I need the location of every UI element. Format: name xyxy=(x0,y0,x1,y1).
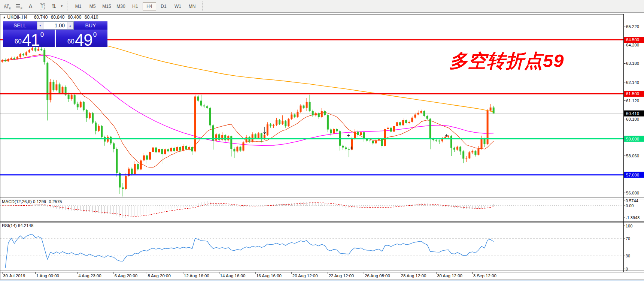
macd-axis-label: -1.3948 xyxy=(626,215,640,220)
timeframe-toolbar: M1M5M15M30H1H4D1W1MN xyxy=(71,2,199,10)
candle-body xyxy=(155,148,157,152)
candle-body xyxy=(74,95,76,104)
candle-body xyxy=(417,113,419,115)
candle-body xyxy=(321,111,323,117)
candle-body xyxy=(396,122,398,126)
text-label-icon[interactable]: T xyxy=(36,1,48,11)
candle-body xyxy=(7,59,9,61)
candle-body xyxy=(185,146,187,149)
candle-body xyxy=(484,139,486,144)
candle-body xyxy=(490,108,492,111)
candle-body xyxy=(264,135,265,139)
candle-body xyxy=(285,121,286,126)
buy-button[interactable]: BUY xyxy=(74,21,107,30)
candle-body xyxy=(68,95,70,99)
candle-body xyxy=(167,149,169,151)
close-value: 60.410 xyxy=(85,15,98,20)
candle-body xyxy=(390,128,392,132)
time-axis-label: 28 Aug 12:00 xyxy=(401,274,426,278)
chart-annotation-text: 多空转折点59 xyxy=(449,49,564,73)
candle-body xyxy=(354,132,356,139)
candle-body xyxy=(194,97,196,152)
candle-body xyxy=(113,143,115,149)
volume-decrease-button[interactable]: ▼ xyxy=(37,22,43,29)
volume-increase-button[interactable]: ▲ xyxy=(67,22,73,29)
timeframe-button-d1[interactable]: D1 xyxy=(157,2,170,10)
candle-body xyxy=(384,129,386,146)
candle-body xyxy=(240,147,242,151)
fibonacci-icon[interactable]: ☰F xyxy=(13,1,25,11)
buy-price-main: 49 xyxy=(75,33,92,47)
candle-body xyxy=(327,115,329,130)
timeframe-button-m15[interactable]: M15 xyxy=(100,2,113,10)
toolbar: ⫽⫽E☰FAT⇅ ▼ M1M5M15M30H1H4D1W1MN xyxy=(0,0,644,13)
candle-body xyxy=(294,115,295,117)
buy-price-box[interactable]: 60490 xyxy=(56,30,107,47)
candle-body xyxy=(182,146,184,151)
timeframe-button-h1[interactable]: H1 xyxy=(128,2,142,10)
candle-body xyxy=(291,115,292,119)
timeframe-button-m30[interactable]: M30 xyxy=(114,2,128,10)
candle-body xyxy=(49,82,51,100)
candle-body xyxy=(110,137,112,143)
crosshair-pattern-icon[interactable]: ⫽⫽E xyxy=(1,1,13,11)
candle-body xyxy=(405,120,407,123)
candle-body xyxy=(13,58,15,59)
candle-body xyxy=(246,137,247,142)
candle-body xyxy=(459,147,461,152)
arrows-icon[interactable]: ⇅ xyxy=(48,1,60,11)
chevron-down-icon[interactable]: ▼ xyxy=(60,4,64,8)
candle-body xyxy=(426,116,428,119)
open-value: 60.740 xyxy=(34,15,48,20)
volume-value[interactable]: 1.00 xyxy=(43,22,67,28)
candle-body xyxy=(134,164,136,174)
sell-price-main: 41 xyxy=(22,33,40,47)
text-icon[interactable]: A xyxy=(25,1,36,11)
candle-body xyxy=(62,87,64,93)
candle-body xyxy=(456,147,458,150)
buy-price-prefix: 60 xyxy=(67,38,75,45)
candle-body xyxy=(453,148,455,150)
candle-body xyxy=(462,151,464,158)
timeframe-button-mn[interactable]: MN xyxy=(185,2,199,10)
sell-price-prefix: 60 xyxy=(15,38,22,45)
rsi-indicator-label: RSI(14) 64.2148 xyxy=(2,223,33,228)
timeframe-button-h4[interactable]: H4 xyxy=(143,2,156,10)
line-studies-toolbar: ⫽⫽E☰FAT⇅ xyxy=(0,1,60,11)
macd-indicator-label: MACD(12,26,9) 0.1299 -0.2575 xyxy=(2,199,62,204)
price-badge-label: 57.000 xyxy=(626,173,639,177)
sell-button[interactable]: SELL xyxy=(3,21,37,30)
time-axis-label: 16 Aug 16:00 xyxy=(256,274,282,278)
candle-body xyxy=(55,84,57,90)
candle-body xyxy=(164,149,166,154)
candle-body xyxy=(52,82,54,90)
sell-price-box[interactable]: 60410 xyxy=(3,30,55,47)
time-axis-label: 3 Sep 12:00 xyxy=(473,274,496,278)
candle-body xyxy=(16,57,18,59)
candle-body xyxy=(303,106,305,108)
candle-body xyxy=(438,140,440,141)
candle-body xyxy=(324,111,326,115)
up-triangle-icon: ▲ xyxy=(3,15,6,19)
candle-body xyxy=(4,60,6,61)
candle-body xyxy=(306,102,308,108)
candle-body xyxy=(471,151,473,152)
candle-body xyxy=(465,158,467,159)
price-axis-label: 65.220 xyxy=(626,24,639,29)
candle-body xyxy=(179,147,181,151)
candle-body xyxy=(215,135,217,141)
candle-body xyxy=(101,126,103,137)
price-axis-label: 64.200 xyxy=(626,43,639,47)
candle-body xyxy=(86,110,88,118)
candle-body xyxy=(77,104,79,108)
timeframe-button-m5[interactable]: M5 xyxy=(86,2,99,10)
candle-body xyxy=(227,136,229,140)
timeframe-button-m1[interactable]: M1 xyxy=(72,2,85,10)
candle-body xyxy=(342,146,344,148)
timeframe-button-w1[interactable]: W1 xyxy=(171,2,185,10)
candle-body xyxy=(43,50,45,62)
candle-body xyxy=(230,136,232,149)
candle-body xyxy=(255,135,256,138)
rsi-axis-label: 0 xyxy=(626,267,628,271)
candle-body xyxy=(173,148,175,151)
